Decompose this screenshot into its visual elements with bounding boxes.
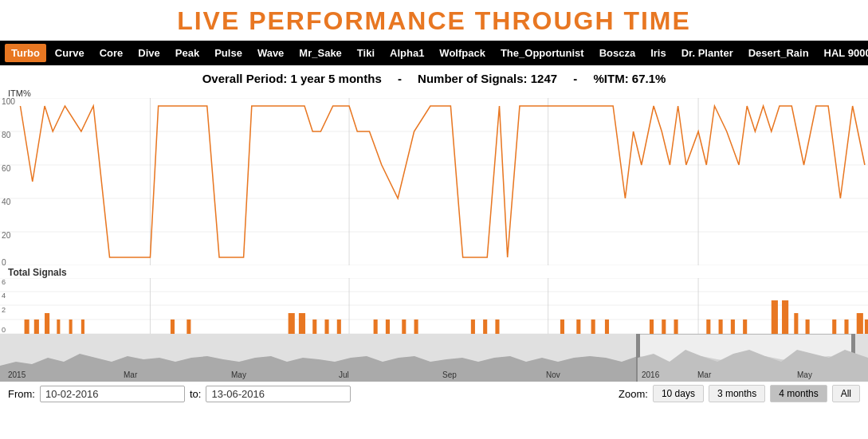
svg-rect-34 (34, 319, 39, 334)
zoom-10days-button[interactable]: 10 days (653, 385, 704, 402)
tab-hal9000[interactable]: HAL 9000 (818, 44, 868, 62)
svg-rect-63 (743, 319, 747, 334)
svg-text:40: 40 (2, 198, 11, 206)
tab-drplanter[interactable]: Dr. Planter (675, 44, 740, 62)
tab-mrsake[interactable]: Mr_Sake (293, 44, 348, 62)
tab-boscza[interactable]: Boscza (593, 44, 642, 62)
itm-label: %ITM: 67.1% (593, 72, 666, 85)
svg-text:80: 80 (2, 131, 11, 139)
bottom-bar: From: to: Zoom: 10 days 3 months 4 month… (0, 382, 868, 406)
svg-text:May: May (797, 370, 812, 379)
tab-desertrain[interactable]: Desert_Rain (742, 44, 815, 62)
svg-rect-35 (45, 313, 49, 334)
signals-section-label: Total Signals (0, 267, 868, 278)
page-title: LIVE PERFORMANCE THROUGH TIME (0, 0, 868, 41)
zoom-label: Zoom: (619, 388, 648, 400)
svg-rect-56 (605, 319, 609, 334)
svg-rect-36 (57, 319, 60, 334)
svg-text:6: 6 (2, 278, 6, 286)
svg-rect-38 (81, 319, 84, 334)
tab-opportunist[interactable]: The_Opportunist (494, 44, 591, 62)
svg-text:Mar: Mar (697, 370, 712, 379)
zoom-controls: Zoom: 10 days 3 months 4 months All (619, 385, 860, 402)
tab-core[interactable]: Core (93, 44, 130, 62)
tab-curve[interactable]: Curve (49, 44, 91, 62)
svg-text:20: 20 (2, 231, 11, 240)
tab-turbo[interactable]: Turbo (5, 44, 46, 62)
svg-rect-71 (865, 319, 868, 334)
tab-peak[interactable]: Peak (169, 44, 206, 62)
svg-text:2: 2 (2, 306, 6, 314)
svg-text:4: 4 (2, 292, 6, 300)
svg-text:May: May (231, 370, 246, 379)
svg-text:Sep: Sep (442, 370, 457, 379)
zoom-3months-button[interactable]: 3 months (709, 385, 765, 402)
svg-rect-51 (483, 319, 487, 334)
svg-rect-46 (374, 319, 378, 334)
svg-text:Nov: Nov (546, 370, 560, 379)
svg-rect-41 (289, 313, 295, 334)
svg-rect-39 (171, 319, 175, 334)
svg-text:2015: 2015 (8, 370, 26, 379)
svg-text:60: 60 (2, 164, 11, 173)
from-label: From: (8, 388, 35, 400)
svg-rect-50 (471, 319, 475, 334)
date-range: From: to: (8, 386, 351, 402)
navigator[interactable]: 2015 Mar May Jul Sep Nov 2016 Mar May (0, 334, 868, 382)
svg-rect-64 (772, 300, 778, 334)
period-label: Overall Period: 1 year 5 months (202, 72, 382, 85)
zoom-4months-button[interactable]: 4 months (770, 385, 827, 402)
svg-text:0: 0 (2, 258, 6, 265)
svg-text:100: 100 (2, 98, 15, 106)
zoom-all-button[interactable]: All (832, 385, 860, 402)
svg-rect-68 (832, 319, 836, 334)
svg-text:2016: 2016 (642, 370, 660, 379)
svg-rect-58 (662, 319, 666, 334)
svg-rect-49 (414, 319, 418, 334)
to-date-input[interactable] (206, 386, 351, 402)
svg-rect-47 (386, 319, 390, 334)
svg-rect-45 (337, 319, 341, 334)
svg-rect-48 (402, 319, 406, 334)
tab-iris[interactable]: Iris (644, 44, 673, 62)
signals-label: Number of Signals: 1247 (418, 72, 557, 85)
svg-rect-66 (794, 313, 798, 334)
tab-wolfpack[interactable]: Wolfpack (433, 44, 492, 62)
svg-rect-67 (806, 319, 810, 334)
svg-text:Mar: Mar (124, 370, 138, 379)
svg-rect-40 (187, 319, 190, 334)
main-chart: 100 80 60 40 20 0 Feb Mar Apr May (0, 98, 868, 265)
svg-rect-61 (719, 319, 723, 334)
svg-rect-53 (560, 319, 564, 334)
to-label: to: (190, 388, 201, 400)
svg-rect-44 (324, 319, 328, 334)
svg-rect-43 (312, 319, 316, 334)
tab-tiki[interactable]: Tiki (351, 44, 381, 62)
tab-wave[interactable]: Wave (251, 44, 290, 62)
svg-text:Jul: Jul (339, 370, 349, 379)
tab-pulse[interactable]: Pulse (208, 44, 249, 62)
svg-rect-54 (576, 319, 580, 334)
svg-rect-65 (782, 300, 788, 334)
svg-rect-59 (674, 319, 678, 334)
from-date-input[interactable] (40, 386, 185, 402)
svg-rect-55 (591, 319, 595, 334)
tab-bar: Turbo Curve Core Dive Peak Pulse Wave Mr… (0, 41, 868, 65)
itm-axis-label: ITM% (0, 88, 868, 98)
svg-rect-37 (69, 319, 73, 334)
chart-wrapper: ITM% 100 80 60 40 20 0 Feb Mar Apr (0, 88, 868, 334)
svg-rect-57 (650, 319, 654, 334)
svg-rect-70 (857, 313, 863, 334)
svg-text:0: 0 (2, 326, 6, 334)
svg-rect-69 (844, 319, 848, 334)
bar-chart: 6 4 2 0 (0, 278, 868, 334)
svg-rect-62 (731, 319, 735, 334)
svg-rect-33 (25, 319, 29, 334)
tab-dive[interactable]: Dive (132, 44, 166, 62)
svg-rect-60 (706, 319, 710, 334)
stats-bar: Overall Period: 1 year 5 months - Number… (0, 65, 868, 88)
tab-alpha1[interactable]: Alpha1 (383, 44, 430, 62)
svg-rect-52 (495, 319, 499, 334)
svg-rect-42 (299, 313, 305, 334)
